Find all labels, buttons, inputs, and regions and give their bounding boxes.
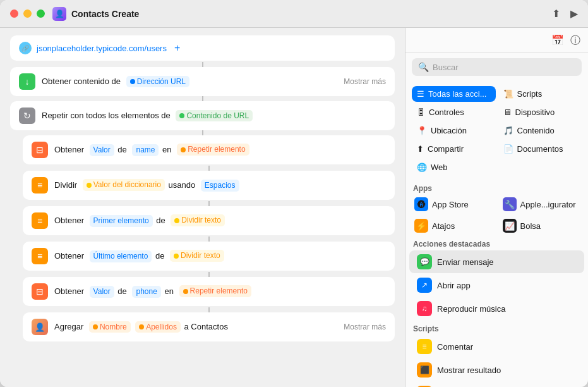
split-block[interactable]: ≡ Dividir Valor del diccionario usando E…: [23, 171, 395, 200]
appstore-icon: 🅐: [414, 197, 428, 211]
phone-field[interactable]: phone: [132, 286, 160, 298]
bolsa-label: Bolsa: [520, 221, 541, 231]
tab-scripts-label: Scripts: [517, 89, 543, 99]
last-element-block[interactable]: ≡ Obtener Último elemento de Dividir tex…: [23, 242, 395, 271]
url-bar[interactable]: 🔗 jsonplaceholder.typicode.com/users +: [10, 35, 395, 61]
tab-scripts[interactable]: 📜 Scripts: [498, 86, 582, 102]
token-dot: [174, 254, 179, 259]
app-appstore[interactable]: 🅐 App Store: [409, 194, 496, 214]
tab-web-label: Web: [431, 163, 448, 172]
action-enviar-mensaje[interactable]: 💬 Enviar mensaje: [409, 250, 584, 273]
bolsa-icon: 📈: [503, 219, 517, 233]
get-content-block[interactable]: ↓ Obtener contenido de Dirección URL Mos…: [10, 67, 395, 96]
close-button[interactable]: [10, 9, 18, 18]
first-element-block[interactable]: ≡ Obtener Primer elemento de Dividir tex…: [23, 206, 395, 235]
tab-todas-label: Todas las acci...: [428, 89, 487, 99]
repeat-prefix: Repetir con todos los elementos de: [42, 111, 171, 120]
split-icon: ≡: [32, 177, 48, 194]
add-contact-block[interactable]: 👤 Agregar Nombre Apellidos a Contactos: [23, 312, 395, 341]
token-dot: [87, 183, 92, 188]
get-name-icon: ⊟: [32, 142, 48, 158]
last-token-ultimo[interactable]: Último elemento: [90, 250, 152, 262]
appstore-label: App Store: [432, 200, 469, 209]
last-token-dividir[interactable]: Dividir texto: [170, 250, 224, 262]
get-phone-icon: ⊟: [32, 283, 48, 300]
url-icon: 🔗: [19, 42, 32, 54]
repeat-block[interactable]: ↻ Repetir con todos los elementos de Con…: [10, 101, 395, 130]
comentar-label: Comentar: [437, 342, 473, 352]
first-text: Obtener Primer elemento de Dividir texto: [54, 214, 386, 226]
reproducir-label: Reproducir música: [437, 304, 505, 314]
tab-todas[interactable]: ☰ Todas las acci...: [412, 86, 496, 102]
first-token-dividir[interactable]: Dividir texto: [171, 214, 225, 226]
info-icon[interactable]: ⓘ: [570, 34, 580, 47]
main-window: 👤 Contacts Create ⬆ ▶ 🔗 jsonplaceholder.…: [0, 0, 588, 387]
main-content: 🔗 jsonplaceholder.typicode.com/users + ↓…: [0, 28, 588, 387]
repeat-text: Repetir con todos los elementos de Conte…: [42, 110, 386, 122]
add-contact-apellidos[interactable]: Apellidos: [135, 321, 181, 333]
connector-4: [208, 166, 210, 171]
tab-ubicacion-label: Ubicación: [431, 126, 467, 135]
apps-section-label: Apps: [405, 180, 588, 194]
igurator-label: Apple...igurator: [520, 200, 576, 209]
token-dot: [174, 218, 179, 223]
action-mostrar-resultado[interactable]: ⬛ Mostrar resultado: [409, 359, 584, 381]
get-name-name[interactable]: name: [132, 144, 159, 156]
app-igurator[interactable]: 🔧 Apple...igurator: [498, 194, 585, 214]
connector-5: [208, 201, 210, 206]
tab-contenido[interactable]: 🎵 Contenido: [498, 123, 582, 138]
calendar-icon[interactable]: 📅: [551, 34, 564, 47]
controles-icon: 🎛: [417, 108, 425, 117]
show-more-1[interactable]: Mostrar más: [344, 77, 386, 86]
search-bar[interactable]: 🔍 Buscar: [412, 58, 582, 76]
atajos-icon: ⚡: [414, 219, 428, 233]
add-contact-nombre[interactable]: Nombre: [89, 321, 131, 333]
app-icon: 👤: [52, 7, 66, 21]
repeat-icon: ↻: [19, 108, 35, 124]
traffic-lights: [10, 9, 45, 18]
action-comentar[interactable]: ≡ Comentar: [409, 335, 584, 358]
split-token-dict[interactable]: Valor del diccionario: [83, 179, 165, 191]
get-content-text: Obtener contenido de Dirección URL: [42, 76, 344, 88]
play-button[interactable]: ▶: [570, 9, 578, 19]
get-name-repetir[interactable]: Repetir elemento: [177, 144, 249, 156]
share-button[interactable]: ⬆: [552, 9, 560, 19]
token-dot: [179, 113, 184, 118]
get-phone-text: Obtener Valor de phone en Repetir elemen…: [54, 285, 386, 297]
action-reproducir-musica[interactable]: ♫ Reproducir música: [409, 297, 584, 320]
phone-repetir[interactable]: Repetir elemento: [179, 285, 251, 297]
tab-dispositivo-label: Dispositivo: [515, 108, 555, 117]
sidebar-header: 📅 ⓘ: [405, 28, 588, 53]
action-abrir-app[interactable]: ↗ Abrir app: [409, 274, 584, 297]
tab-compartir[interactable]: ⬆ Compartir: [412, 141, 496, 157]
tab-controles-label: Controles: [429, 108, 464, 117]
minimize-button[interactable]: [23, 9, 32, 18]
token-dot: [93, 324, 98, 329]
maximize-button[interactable]: [37, 9, 45, 18]
tab-ubicacion[interactable]: 📍 Ubicación: [412, 123, 496, 138]
url-add-button[interactable]: +: [174, 42, 180, 54]
get-phone-block[interactable]: ⊟ Obtener Valor de phone en Repetir elem…: [23, 277, 395, 306]
sidebar-icons: 📅 ⓘ: [551, 34, 580, 47]
tab-dispositivo[interactable]: 🖥 Dispositivo: [498, 104, 582, 120]
titlebar: 👤 Contacts Create ⬆ ▶: [0, 0, 588, 28]
first-token-primer[interactable]: Primer elemento: [90, 215, 153, 227]
tab-web[interactable]: 🌐 Web: [412, 159, 496, 175]
mostrar-resultado-label: Mostrar resultado: [437, 366, 501, 375]
enviar-mensaje-icon: 💬: [417, 254, 432, 269]
app-atajos[interactable]: ⚡ Atajos: [409, 216, 496, 236]
scripts-section-label: Scripts: [405, 321, 588, 335]
tab-documentos[interactable]: 📄 Documentos: [498, 141, 582, 157]
app-bolsa[interactable]: 📈 Bolsa: [498, 216, 585, 236]
get-content-token[interactable]: Dirección URL: [126, 76, 189, 88]
split-token-spaces[interactable]: Espacios: [201, 180, 239, 192]
repeat-token[interactable]: Contenido de URL: [176, 110, 253, 122]
show-more-2[interactable]: Mostrar más: [344, 322, 386, 331]
phone-valor[interactable]: Valor: [90, 286, 114, 298]
get-name-block[interactable]: ⊟ Obtener Valor de name en Repetir eleme…: [23, 135, 395, 164]
actions-sidebar: 📅 ⓘ 🔍 Buscar ☰ Todas las acci... 📜: [405, 28, 588, 387]
get-name-valor[interactable]: Valor: [90, 144, 114, 156]
action-mostrar-alerta[interactable]: ⚠ Mostrar alerta: [409, 382, 584, 387]
tab-controles[interactable]: 🎛 Controles: [412, 104, 496, 120]
compartir-icon: ⬆: [417, 144, 424, 154]
